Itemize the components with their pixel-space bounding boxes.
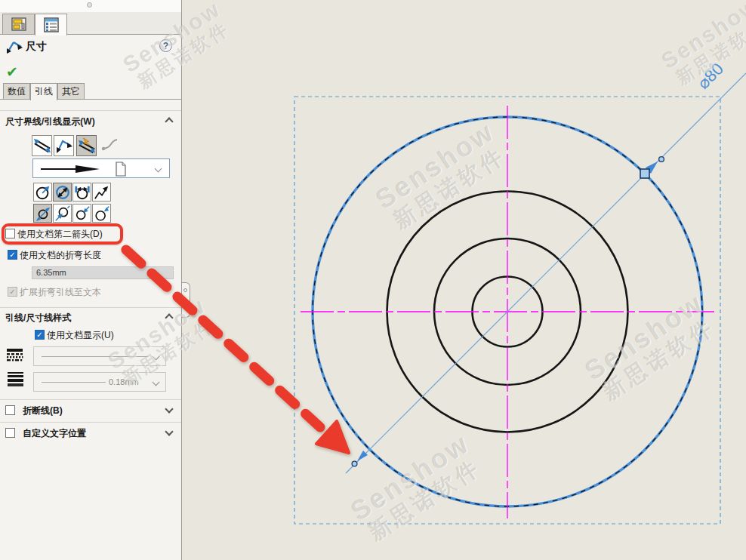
zigzag-leader-icon bbox=[94, 184, 110, 201]
chevron-up-icon[interactable] bbox=[165, 117, 173, 125]
arrows-smart-icon bbox=[78, 137, 96, 154]
smart-arrows-button[interactable] bbox=[76, 135, 97, 156]
break-line-label[interactable]: 折断线(B) bbox=[23, 405, 63, 417]
use-doc-bend-length-checkbox[interactable] bbox=[8, 250, 17, 260]
line-thickness-value: 0.18mm bbox=[109, 377, 139, 386]
bend-length-field[interactable]: 6.35mm bbox=[32, 266, 174, 279]
break-line-checkbox[interactable] bbox=[5, 405, 15, 415]
property-manager-panel: 尺寸 数值 引线 其它 尺寸界线/引线显示(W) bbox=[0, 0, 182, 560]
chevron-down-icon[interactable] bbox=[165, 427, 173, 435]
dimension-grip-square[interactable] bbox=[640, 169, 649, 178]
diameter-arrow-through-button[interactable] bbox=[53, 204, 72, 223]
line-thickness-dropdown: 0.18mm bbox=[33, 372, 166, 392]
circle-solid-leader-icon bbox=[74, 184, 91, 201]
tab-property-manager[interactable] bbox=[2, 14, 35, 35]
arrows-inside-icon bbox=[33, 137, 51, 154]
witness-section-title: 尺寸界线/引线显示(W) bbox=[5, 115, 95, 128]
document-icon bbox=[115, 162, 127, 177]
dimension-arrows-icon bbox=[5, 39, 23, 54]
line-style-icon bbox=[6, 349, 24, 365]
diameter-dimension-text[interactable]: ⌀80 bbox=[694, 60, 727, 93]
diameter-arrow-outside-button[interactable] bbox=[92, 204, 111, 223]
line-style-dropdown bbox=[33, 346, 166, 366]
tab-value[interactable]: 数值 bbox=[3, 83, 30, 100]
panel-grip-icon[interactable] bbox=[182, 282, 190, 318]
extend-bent-leader-checkbox bbox=[8, 287, 17, 297]
diameter-dimension-line[interactable] bbox=[346, 73, 746, 473]
curved-leader-icon bbox=[101, 138, 118, 154]
diameter-arrow-inside-icon bbox=[74, 205, 91, 222]
chevron-down-icon bbox=[155, 165, 162, 173]
help-icon[interactable] bbox=[159, 39, 172, 52]
arrow-style-dropdown[interactable] bbox=[32, 158, 170, 178]
leader-bent-arrow-icon bbox=[55, 137, 73, 154]
panel-header: 尺寸 bbox=[0, 38, 181, 57]
circle-arrow-out-icon bbox=[35, 184, 51, 201]
solid-arrowhead-preview bbox=[39, 163, 103, 175]
leader-arrow-button[interactable] bbox=[54, 135, 74, 156]
diameter-two-arrows-icon bbox=[35, 205, 51, 222]
check-icon[interactable] bbox=[6, 63, 18, 81]
tab-dimension-leaders[interactable] bbox=[35, 14, 67, 35]
leader-style-section-title: 引线/尺寸线样式 bbox=[5, 312, 71, 325]
circle-solid-leader-button[interactable] bbox=[72, 183, 91, 202]
panel-title: 尺寸 bbox=[26, 40, 47, 54]
circle-arrow-in-icon bbox=[54, 184, 71, 201]
extend-bent-leader-label: 扩展折弯引线至文本 bbox=[20, 286, 101, 299]
use-document-display-checkbox[interactable] bbox=[35, 330, 45, 340]
second-arrowhead[interactable] bbox=[357, 451, 368, 461]
list-form-tab-icon bbox=[43, 17, 60, 32]
custom-text-position-checkbox[interactable] bbox=[5, 428, 15, 438]
dimension-grip-dot-lower[interactable] bbox=[352, 461, 357, 466]
dimension-grip-dot-upper[interactable] bbox=[659, 157, 664, 162]
chevron-up-icon[interactable] bbox=[165, 313, 173, 322]
zigzag-leader-button[interactable] bbox=[92, 183, 111, 202]
red-highlight-box bbox=[2, 223, 123, 245]
custom-text-position-label[interactable]: 自定义文字位置 bbox=[23, 427, 86, 440]
panel-tab-bar bbox=[0, 12, 181, 35]
chevron-down-icon bbox=[153, 353, 160, 361]
line-thickness-icon bbox=[7, 372, 25, 389]
drag-dot-icon[interactable] bbox=[87, 2, 92, 8]
window-form-tab-icon bbox=[11, 17, 27, 32]
circle-arrow-in-button[interactable] bbox=[53, 183, 72, 202]
tab-leaders[interactable]: 引线 bbox=[30, 83, 57, 100]
chevron-down-icon[interactable] bbox=[165, 405, 173, 413]
chevron-down-icon bbox=[153, 379, 160, 386]
circle-arrow-out-button[interactable] bbox=[33, 183, 52, 202]
diameter-arrow-through-icon bbox=[54, 205, 71, 222]
arrows-inside-button[interactable] bbox=[32, 135, 52, 156]
diameter-arrow-outside-icon bbox=[94, 205, 110, 222]
diameter-two-arrows-button[interactable] bbox=[33, 204, 52, 223]
diameter-arrow-inside-button[interactable] bbox=[72, 204, 91, 223]
tab-other[interactable]: 其它 bbox=[57, 83, 85, 100]
use-doc-bend-length-label[interactable]: 使用文档的折弯长度 bbox=[20, 249, 101, 262]
use-document-display-label[interactable]: 使用文档显示(U) bbox=[47, 329, 114, 342]
tab-divider bbox=[0, 99, 181, 100]
